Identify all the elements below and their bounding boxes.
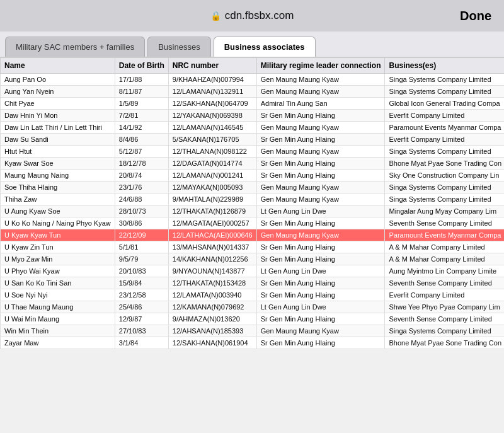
cell-3: Sr Gen Min Aung Hlaing [256,313,385,325]
cell-3: Lt Gen Aung Lin Dwe [256,301,385,313]
cell-1: 25/4/86 [115,301,168,313]
cell-2: 12/DAGATA(N)014774 [168,158,256,170]
cell-3: Sr Gen Min Aung Hlaing [256,134,385,146]
done-button[interactable]: Done [460,9,491,23]
cell-2: 12/AHSANA(N)185393 [168,325,256,337]
cell-3: Gen Maung Maung Kyaw [256,229,385,241]
cell-1: 3/1/84 [115,337,168,349]
cell-2: 9/NYAOUNA(N)143877 [168,265,256,277]
cell-2: 12/SAKHANA(N)064709 [168,98,256,110]
cell-2: 9/KHAAHZA(N)007994 [168,74,256,86]
cell-3: Sr Gen Min Aung Hlaing [256,277,385,289]
cell-3: Lt Gen Aung Lin Dwe [256,265,385,277]
table-row: Htut Htut5/12/8712/THALANA(N)098122Gen M… [1,146,505,158]
cell-1: 20/10/83 [115,265,168,277]
cell-3: Gen Maung Maung Kyaw [256,74,385,86]
cell-4: Bhone Myat Pyae Sone Trading Con [385,158,504,170]
cell-1: 22/12/09 [115,229,168,241]
cell-1: 15/9/84 [115,277,168,289]
table-row: U San Ko Ko Tini San15/9/8412/THAKATA(N)… [1,277,505,289]
cell-4: Aung Myintmo Lin Company Limite [385,265,504,277]
cell-0: U Myo Zaw Min [1,253,115,265]
cell-2: 12/YAKANA(N)069398 [168,110,256,122]
cell-0: Soe Thiha Hlaing [1,182,115,193]
cell-1: 23/12/58 [115,289,168,301]
cell-0: U Thae Maung Maung [1,301,115,313]
cell-4: Seventh Sense Company Limited [385,217,504,229]
cell-1: 14/1/92 [115,122,168,134]
url-text: cdn.fbsbx.com [225,9,294,22]
cell-3: Sr Gen Min Aung Hlaing [256,337,385,349]
cell-1: 18/12/78 [115,158,168,170]
cell-4: Bhone Myat Pyae Sone Trading Con [385,337,504,349]
cell-0: U Wai Min Maung [1,313,115,325]
table-row: Daw Lin Latt Thiri / Lin Lett Thiri14/1/… [1,122,505,134]
table-row: Maung Maung Naing20/8/7412/LAMANA(N)0012… [1,170,505,182]
cell-1: 8/4/86 [115,134,168,146]
cell-4: Global Icon General Trading Compa [385,98,504,110]
cell-2: 12/THAKATA(N)153428 [168,277,256,289]
table-row: Win Min Thein27/10/8312/AHSANA(N)185393G… [1,325,505,337]
cell-4: Shwe Yee Phyo Pyae Company Lim [385,301,504,313]
table-header-row: Name Date of Birth NRC number Military r… [1,58,505,74]
cell-2: 12/KAMANA(N)079692 [168,301,256,313]
cell-0: Win Min Thein [1,325,115,337]
cell-4: Singa Systems Company Limited [385,193,504,205]
cell-4: Everfit Company Limited [385,134,504,146]
cell-2: 12/THAKATA(N)126879 [168,205,256,217]
cell-0: U Kyaw Zin Tun [1,241,115,253]
cell-2: 12/THALANA(N)098122 [168,146,256,158]
cell-3: Gen Maung Maung Kyaw [256,193,385,205]
table-row: Daw Hnin Yi Mon7/2/8112/YAKANA(N)069398S… [1,110,505,122]
cell-3: Lt Gen Aung Lin Dwe [256,205,385,217]
cell-1: 8/11/87 [115,86,168,98]
tab-military[interactable]: Military SAC members + families [5,37,145,57]
cell-0: Htut Htut [1,146,115,158]
cell-4: Singa Systems Company Limited [385,325,504,337]
cell-4: Singa Systems Company Limited [385,74,504,86]
cell-2: 5/SAKANA(N)176705 [168,134,256,146]
cell-1: 7/2/81 [115,110,168,122]
top-bar: 🔒 cdn.fbsbx.com Done [0,0,504,32]
cell-4: Paramount Events Myanmar Compa [385,122,504,134]
cell-3: Gen Maung Maung Kyaw [256,182,385,193]
cell-0: Thiha Zaw [1,193,115,205]
cell-4: Everfit Company Limited [385,110,504,122]
cell-4: Seventh Sense Company Limited [385,277,504,289]
table-row: Daw Su Sandi8/4/865/SAKANA(N)176705Sr Ge… [1,134,505,146]
cell-2: 9/AHMAZA(N)013620 [168,313,256,325]
cell-1: 20/8/74 [115,170,168,182]
cell-1: 12/9/87 [115,313,168,325]
cell-1: 30/8/86 [115,217,168,229]
table-row: U Aung Kyaw Soe28/10/7312/THAKATA(N)1268… [1,205,505,217]
cell-3: Sr Gen Min Aung Hlaing [256,170,385,182]
cell-0: Daw Hnin Yi Mon [1,110,115,122]
table-row: Aung Yan Nyein8/11/8712/LAMANA(N)132911G… [1,86,505,98]
cell-0: Kyaw Swar Soe [1,158,115,170]
table-row: Zayar Maw3/1/8412/SAKHANA(N)061904Sr Gen… [1,337,505,349]
table-row: Kyaw Swar Soe18/12/7812/DAGATA(N)014774S… [1,158,505,170]
tab-associates[interactable]: Business associates [214,37,316,57]
cell-4: Singa Systems Company Limited [385,86,504,98]
table-row: U Myo Zaw Min9/5/7914/KAKHANA(N)012256Sr… [1,253,505,265]
cell-1: 27/10/83 [115,325,168,337]
cell-0: Chit Pyae [1,98,115,110]
cell-4: Singa Systems Company Limited [385,182,504,193]
cell-0: U Soe Nyi Nyi [1,289,115,301]
col-dob: Date of Birth [115,58,168,74]
cell-1: 17/1/88 [115,74,168,86]
table-row: Chit Pyae1/5/8912/SAKHANA(N)064709Admira… [1,98,505,110]
cell-2: 14/KAKHANA(N)012256 [168,253,256,265]
cell-2: 13/MAHSANA(N)014337 [168,241,256,253]
cell-1: 1/5/89 [115,98,168,110]
cell-3: Sr Gen Min Aung Hlaing [256,241,385,253]
cell-1: 5/12/87 [115,146,168,158]
url-display: 🔒 cdn.fbsbx.com [210,9,294,22]
cell-2: 12/LAMANA(N)146545 [168,122,256,134]
cell-2: 12/MAGATA(AEI)000257 [168,217,256,229]
cell-0: Aung Pan Oo [1,74,115,86]
tab-businesses[interactable]: Businesses [147,37,210,57]
cell-3: Gen Maung Maung Kyaw [256,86,385,98]
cell-0: Daw Su Sandi [1,134,115,146]
cell-1: 24/6/88 [115,193,168,205]
